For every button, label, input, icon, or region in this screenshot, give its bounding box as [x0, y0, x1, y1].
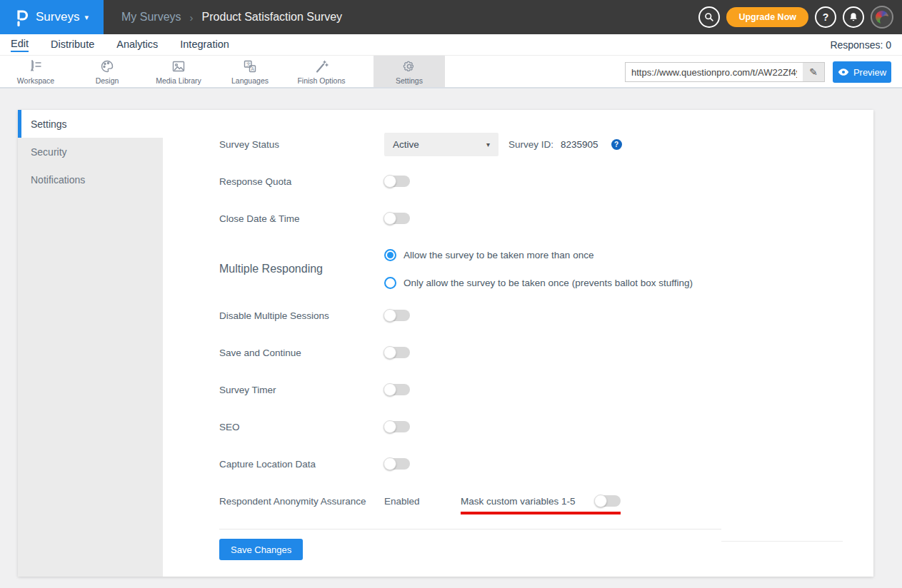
settings-gear-icon — [401, 58, 418, 75]
edit-url-pencil-icon[interactable]: ✎ — [803, 63, 824, 81]
seo-label: SEO — [219, 422, 384, 432]
eye-icon — [838, 68, 849, 76]
disable-multiple-sessions-toggle[interactable] — [384, 310, 410, 321]
survey-id-label: Survey ID: — [508, 139, 553, 150]
multiple-responding-options: Allow the survey to be taken more than o… — [384, 241, 693, 297]
seo-row: SEO — [219, 408, 873, 445]
user-avatar[interactable] — [871, 6, 893, 29]
survey-status-label: Survey Status — [219, 139, 384, 150]
top-header: Surveys ▾ My Surveys › Product Satisfact… — [0, 0, 902, 34]
search-icon — [703, 11, 716, 24]
save-changes-button[interactable]: Save Changes — [219, 539, 303, 560]
tab-design-label: Design — [96, 76, 119, 85]
breadcrumb-my-surveys[interactable]: My Surveys — [121, 11, 181, 24]
product-name: Surveys — [36, 10, 79, 24]
survey-status-row: Survey Status Active ▾ Survey ID: 823590… — [219, 126, 873, 163]
survey-status-value: Active — [393, 139, 419, 150]
chevron-down-icon: ▾ — [84, 13, 89, 22]
seo-toggle[interactable] — [384, 421, 410, 432]
search-button[interactable] — [698, 6, 720, 28]
tab-settings-label: Settings — [396, 76, 423, 85]
nav-tab-integration[interactable]: Integration — [180, 39, 229, 51]
preview-button-label: Preview — [853, 67, 886, 78]
survey-id-value: 8235905 — [561, 139, 598, 150]
save-and-continue-toggle[interactable] — [384, 347, 410, 358]
responses-count: Responses: 0 — [830, 39, 891, 51]
svg-text:A: A — [251, 66, 255, 71]
edit-toolbar: Workspace Design Media Library 文 A Langu… — [0, 56, 902, 88]
tab-languages[interactable]: 文 A Languages — [214, 56, 286, 87]
languages-translate-icon: 文 A — [241, 58, 259, 75]
radio-selected-icon[interactable] — [384, 249, 396, 261]
nav-tab-distribute[interactable]: Distribute — [51, 39, 94, 51]
upgrade-now-button[interactable]: Upgrade Now — [726, 7, 808, 27]
tab-workspace-label: Workspace — [17, 76, 54, 85]
mask-custom-variables-toggle[interactable] — [595, 495, 621, 507]
secondary-divider — [721, 541, 843, 542]
tab-finish-options-label: Finish Options — [297, 76, 345, 85]
tab-design[interactable]: Design — [71, 56, 143, 87]
close-date-time-label: Close Date & Time — [219, 213, 384, 224]
sidebar-item-security[interactable]: Security — [18, 138, 163, 166]
header-actions: Upgrade Now ? — [698, 0, 893, 34]
survey-id-help-icon[interactable]: ? — [611, 139, 622, 150]
nav-tab-edit[interactable]: Edit — [11, 38, 29, 52]
multiple-responding-label: Multiple Responding — [219, 263, 384, 275]
response-quota-label: Response Quota — [219, 176, 384, 187]
tab-workspace[interactable]: Workspace — [0, 56, 71, 87]
disable-multiple-sessions-row: Disable Multiple Sessions — [219, 297, 873, 334]
help-button[interactable]: ? — [815, 6, 836, 28]
capture-location-data-row: Capture Location Data — [219, 445, 873, 482]
mask-custom-variables-group: Mask custom variables 1-5 — [461, 495, 621, 507]
content-divider — [219, 529, 721, 529]
breadcrumb-separator: › — [190, 11, 194, 24]
settings-main-panel: Survey Status Active ▾ Survey ID: 823590… — [163, 110, 873, 577]
save-and-continue-label: Save and Continue — [219, 348, 384, 358]
dropdown-caret-icon: ▾ — [486, 141, 490, 148]
mask-custom-variables-label: Mask custom variables 1-5 — [461, 496, 576, 507]
response-quota-row: Response Quota — [219, 163, 873, 200]
survey-timer-row: Survey Timer — [219, 371, 873, 408]
tab-finish-options[interactable]: Finish Options — [286, 56, 357, 87]
survey-url-input[interactable] — [626, 63, 803, 81]
survey-status-dropdown[interactable]: Active ▾ — [384, 133, 498, 156]
bell-icon — [848, 11, 859, 23]
design-palette-icon — [99, 58, 116, 75]
close-date-time-row: Close Date & Time — [219, 200, 873, 237]
breadcrumb-current-survey: Product Satisfaction Survey — [202, 11, 343, 24]
questionpro-logo-icon — [15, 8, 29, 27]
capture-location-data-toggle[interactable] — [384, 458, 410, 470]
settings-sidebar: Settings Security Notifications — [18, 110, 163, 577]
workspace-icon — [27, 58, 44, 75]
questionpro-logo-product-switcher[interactable]: Surveys ▾ — [0, 0, 104, 34]
notifications-button[interactable] — [843, 6, 864, 28]
disable-multiple-sessions-label: Disable Multiple Sessions — [219, 310, 384, 321]
multiple-responding-row: Multiple Responding Allow the survey to … — [219, 237, 873, 297]
save-and-continue-row: Save and Continue — [219, 334, 873, 371]
finish-wand-icon — [313, 58, 330, 75]
sidebar-item-notifications[interactable]: Notifications — [18, 166, 163, 193]
respondent-anonymity-label: Respondent Anonymity Assurance — [219, 496, 384, 507]
anonymity-status-value: Enabled — [384, 496, 461, 507]
nav-tab-analytics[interactable]: Analytics — [116, 39, 158, 51]
respondent-anonymity-row: Respondent Anonymity Assurance Enabled M… — [219, 482, 873, 519]
media-image-icon — [170, 58, 187, 75]
survey-url-field: ✎ — [625, 62, 825, 82]
preview-button[interactable]: Preview — [833, 61, 891, 83]
tab-media-library[interactable]: Media Library — [143, 56, 214, 87]
radio-option-take-once[interactable]: Only allow the survey to be taken once (… — [384, 274, 693, 293]
radio-option-allow-multiple-label: Allow the survey to be taken more than o… — [404, 250, 593, 260]
radio-option-allow-multiple[interactable]: Allow the survey to be taken more than o… — [384, 246, 693, 265]
radio-unselected-icon[interactable] — [384, 277, 396, 289]
tab-settings[interactable]: Settings — [374, 56, 445, 87]
survey-timer-toggle[interactable] — [384, 384, 410, 395]
tab-languages-label: Languages — [231, 76, 269, 85]
radio-option-take-once-label: Only allow the survey to be taken once (… — [404, 278, 693, 288]
sidebar-item-settings[interactable]: Settings — [18, 110, 163, 138]
close-date-time-toggle[interactable] — [384, 213, 410, 224]
settings-card: Settings Security Notifications Survey S… — [18, 110, 873, 577]
module-nav: Edit Distribute Analytics Integration Re… — [0, 34, 902, 56]
response-quota-toggle[interactable] — [384, 176, 410, 187]
tab-media-library-label: Media Library — [156, 76, 201, 85]
breadcrumb: My Surveys › Product Satisfaction Survey — [121, 11, 342, 24]
